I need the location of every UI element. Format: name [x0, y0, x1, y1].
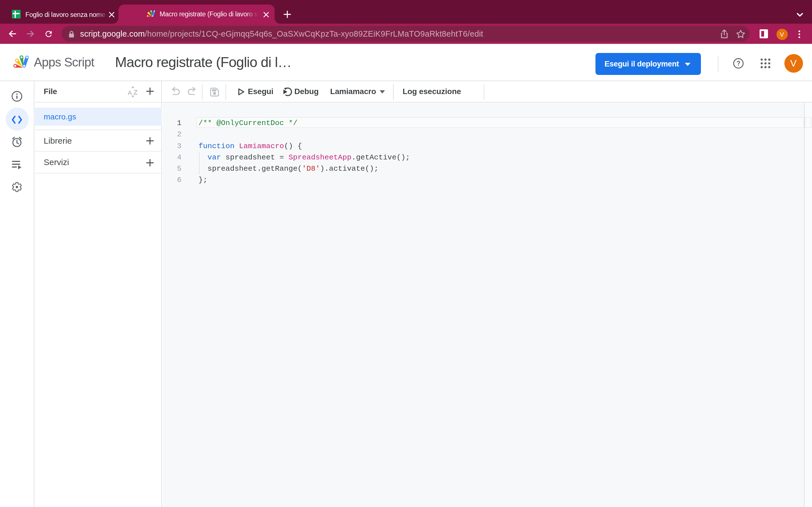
svg-text:A: A: [127, 89, 132, 96]
svg-text:?: ?: [737, 59, 741, 67]
svg-text:Z: Z: [133, 89, 138, 96]
